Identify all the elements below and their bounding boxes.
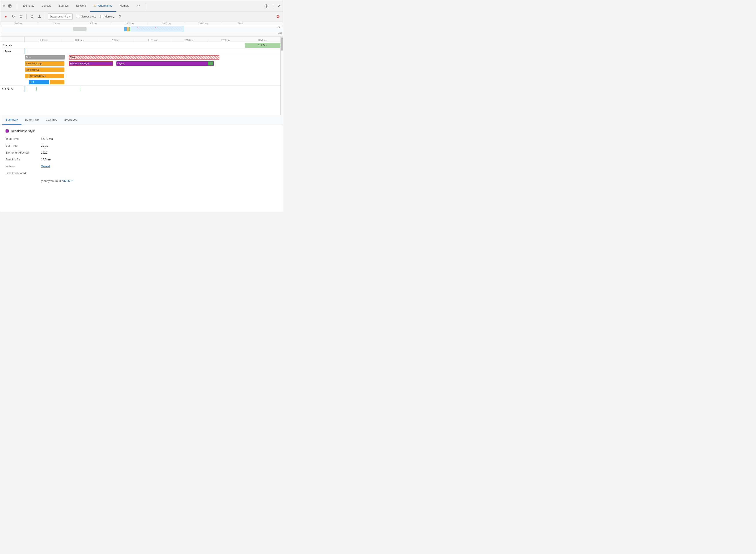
first-invalidated-value — [41, 171, 278, 175]
tab-bottom-up-label: Bottom-Up — [25, 118, 39, 121]
frames-label: Frames — [0, 43, 24, 47]
main-header[interactable]: ▼ Main — [0, 48, 280, 54]
memory-checkbox[interactable] — [100, 15, 103, 18]
url-chevron-icon: ▾ — [69, 15, 70, 18]
download-button[interactable] — [37, 14, 43, 19]
minimap[interactable]: 500 ms 1000 ms 1500 ms 2000 ms 2500 ms 3… — [0, 21, 283, 37]
minimap-selection[interactable] — [131, 26, 184, 32]
frame-value: 116.7 ms — [258, 44, 267, 47]
tab-memory-label: Memory — [120, 4, 129, 7]
tab-sources[interactable]: Sources — [55, 0, 72, 12]
svg-rect-0 — [9, 5, 11, 7]
tab-bar-right: ⋮ ✕ — [265, 4, 281, 8]
task-bar-2[interactable]: Task — [69, 55, 219, 59]
more-options-icon[interactable]: ⋮ — [271, 4, 275, 8]
tab-bar: Elements Console Sources Network ⚠ Perfo… — [0, 0, 283, 12]
tab-summary-label: Summary — [5, 118, 18, 121]
tab-performance[interactable]: ⚠ Performance — [90, 0, 116, 12]
screenshots-checkbox[interactable] — [77, 15, 80, 18]
tab-elements-label: Elements — [23, 4, 34, 7]
task-row-3: (anonymous) — [0, 67, 280, 73]
initiator-reveal-link[interactable]: Reveal — [41, 165, 50, 168]
frames-content: 116.7 ms — [24, 42, 280, 48]
p-l-bar[interactable]: P...L — [29, 80, 49, 84]
evaluate-script-bar[interactable]: Evaluate Script — [25, 61, 64, 66]
yellow-block-after-pl — [50, 80, 64, 84]
context-selector[interactable]: jlwagner.net #1 ▾ — [48, 13, 72, 20]
task-1-label: Task — [26, 56, 31, 59]
task-row-2: Evaluate Script Recalculate Style Layout — [0, 60, 280, 67]
minimap-cpu-bar-green — [129, 27, 130, 31]
summary-title-text: Recalculate Style — [11, 129, 35, 133]
tab-sources-label: Sources — [59, 4, 69, 7]
reload-button[interactable]: ↻ — [10, 14, 16, 19]
minimap-tick-1500: 1500 ms — [74, 22, 111, 25]
inspect-icon[interactable] — [8, 4, 12, 8]
ruler-tick-1950: 1950 ms — [24, 39, 61, 42]
layout-green-block-2 — [211, 61, 213, 65]
record-button[interactable]: ● — [3, 14, 9, 19]
tab-call-tree[interactable]: Call Tree — [42, 115, 61, 124]
tab-bottom-up[interactable]: Bottom-Up — [21, 115, 42, 124]
net-label: NET — [278, 32, 282, 35]
minimap-cpu-bar-1 — [73, 27, 87, 31]
timeline-container: 1950 ms 2000 ms 2050 ms 2100 ms 2150 ms … — [0, 37, 283, 115]
layout-label: Layout — [117, 62, 124, 65]
tab-network[interactable]: Network — [72, 0, 90, 12]
tab-memory[interactable]: Memory — [116, 0, 133, 12]
gpu-label[interactable]: ▶ ▶ GPU — [0, 87, 24, 91]
frame-block[interactable]: 116.7 ms — [245, 43, 280, 48]
main-header-label[interactable]: ▼ Main — [0, 49, 24, 53]
total-time-key: Total Time — [5, 137, 41, 141]
gpu-triangle-icon: ▶ — [2, 88, 4, 90]
evaluate-script-label: Evaluate Script — [26, 62, 42, 65]
tab-call-tree-label: Call Tree — [46, 118, 57, 121]
tab-console[interactable]: Console — [38, 0, 55, 12]
pending-for-key: Pending for — [5, 158, 41, 161]
url-value: jlwagner.net #1 — [50, 15, 68, 18]
screenshots-label[interactable]: Screenshots — [81, 15, 96, 18]
elements-affected-value: 1520 — [41, 151, 278, 154]
ruler-tick-2100: 2100 ms — [134, 39, 171, 42]
screenshots-group: Screenshots — [77, 15, 96, 18]
first-invalidated-sub-key — [5, 178, 41, 182]
task-row-2-content: Evaluate Script Recalculate Style Layout — [24, 60, 280, 67]
settings-icon[interactable] — [265, 4, 269, 8]
ruler-tick-2050: 2050 ms — [98, 39, 134, 42]
layout-bar[interactable]: Layout — [116, 61, 214, 66]
toolbar: ● ↻ ⊘ jlwagner.net #1 ▾ Screenshots Memo… — [0, 12, 283, 21]
memory-label[interactable]: Memory — [104, 15, 114, 18]
task-row-5: P...L — [0, 79, 280, 85]
self-time-key: Self Time — [5, 144, 41, 147]
tab-elements[interactable]: Elements — [19, 0, 38, 12]
upload-button[interactable] — [29, 14, 35, 19]
summary-color-swatch — [5, 129, 9, 132]
tab-more[interactable]: >> — [133, 0, 144, 12]
total-time-value: 55.20 ms — [41, 137, 278, 141]
trash-button[interactable] — [117, 14, 123, 19]
set-inner-html-bar[interactable]: set innerHTML — [29, 74, 64, 78]
task-row-1: Task Task — [0, 54, 280, 60]
gpu-content — [24, 86, 280, 92]
small-yellow-block — [25, 74, 29, 78]
tab-summary[interactable]: Summary — [2, 115, 21, 124]
anonymous-bar[interactable]: (anonymous) — [25, 67, 64, 72]
settings-gear-icon[interactable]: ⚙ — [276, 14, 280, 19]
main-section: ▼ Main Task — [0, 48, 280, 86]
tab-event-log[interactable]: Event Log — [61, 115, 81, 124]
minimap-cpu-bar-blue — [124, 27, 127, 31]
task-2-label: Task — [70, 56, 75, 59]
minimap-tick-1000: 1000 ms — [37, 22, 74, 25]
vm262-link[interactable]: VM262:1 — [62, 179, 74, 182]
minimap-tick-2000: 2000 ms — [111, 22, 148, 25]
cursor-icon[interactable] — [2, 4, 6, 8]
close-devtools-icon[interactable]: ✕ — [277, 4, 281, 8]
ruler-ticks: 1950 ms 2000 ms 2050 ms 2100 ms 2150 ms … — [24, 37, 280, 42]
task-bar-1[interactable]: Task — [25, 55, 65, 59]
ruler-tick-2200: 2200 ms — [207, 39, 244, 42]
timeline-scrollbar[interactable] — [280, 37, 283, 115]
task-row-4: set innerHTML — [0, 73, 280, 79]
recalculate-style-bar[interactable]: Recalculate Style — [69, 61, 113, 66]
clear-button[interactable]: ⊘ — [18, 14, 24, 19]
scrollbar-thumb[interactable] — [281, 37, 283, 51]
